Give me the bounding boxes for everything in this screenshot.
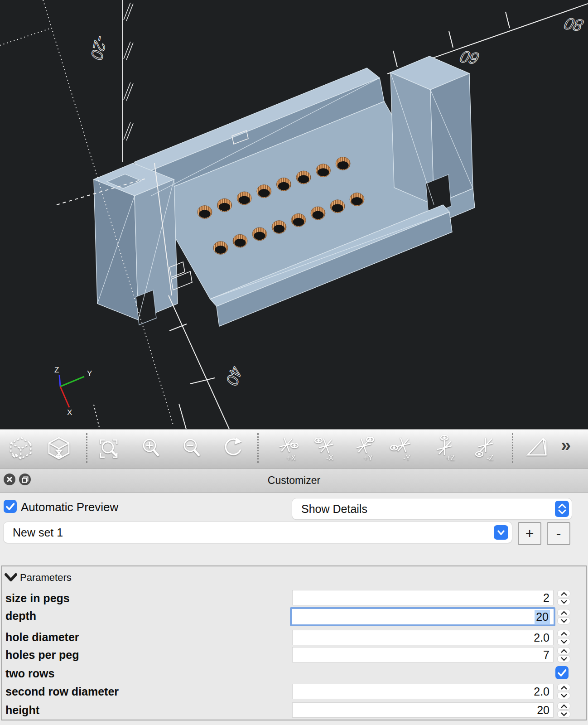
spin-down-button[interactable]: [557, 710, 570, 718]
spin-up-button[interactable]: [557, 684, 570, 691]
zoom-in-icon[interactable]: [136, 434, 165, 463]
param-input-holes-per-peg[interactable]: 7: [292, 647, 554, 662]
spin-down-button[interactable]: [557, 598, 570, 605]
param-spinner-height: [557, 702, 570, 718]
details-dropdown-value: Show Details: [301, 498, 367, 519]
view-plus-y-icon[interactable]: +Y: [350, 434, 379, 463]
axis-y-label: Y: [87, 369, 92, 378]
tick-label-neg20: -20: [88, 33, 110, 63]
param-spinner-hole-diameter: [557, 630, 570, 645]
svg-text:+Z: +Z: [446, 454, 455, 462]
axis-z-label: Z: [54, 366, 59, 374]
spin-down-button[interactable]: [557, 638, 570, 645]
automatic-preview-checkbox[interactable]: [4, 500, 17, 513]
zoom-to-fit-icon[interactable]: [94, 434, 123, 463]
chevron-down-icon: [495, 527, 507, 538]
spin-up-button[interactable]: [557, 647, 570, 654]
spin-down-button[interactable]: [557, 655, 570, 662]
collapse-chevron-icon: [5, 573, 17, 583]
parameters-group-header[interactable]: Parameters: [5, 572, 72, 584]
param-label-second-row-diameter: second row diameter: [5, 685, 119, 698]
reset-view-icon[interactable]: [44, 434, 73, 463]
svg-text:-Y: -Y: [403, 454, 410, 462]
view-minus-x-icon[interactable]: -X: [311, 434, 340, 463]
spin-up-button[interactable]: [557, 702, 570, 710]
view-minus-y-icon[interactable]: -Y: [388, 434, 417, 463]
model-pegboard-bin: [94, 56, 475, 326]
param-label-size-in-pegs: size in pegs: [5, 592, 70, 605]
param-input-height[interactable]: 20: [292, 702, 554, 718]
add-preset-button[interactable]: +: [518, 522, 541, 545]
param-label-height: height: [5, 704, 39, 717]
param-spinner-second-row-diameter: [557, 684, 570, 699]
view-plus-x-icon[interactable]: +X: [273, 434, 302, 463]
details-dropdown[interactable]: Show Details: [292, 498, 572, 519]
reset-rotation-icon[interactable]: [218, 434, 247, 463]
check-icon: [4, 500, 17, 513]
selected-text: 20: [535, 610, 550, 624]
preset-dropdown-chevron[interactable]: [494, 525, 508, 540]
svg-text:+X: +X: [287, 454, 296, 462]
view-plus-z-icon[interactable]: +Z: [431, 434, 460, 463]
view-toolbar: +X -X +Y -Y +Z -Z »: [0, 429, 588, 469]
param-spinner-holes-per-peg: [557, 647, 570, 662]
param-input-depth[interactable]: 20: [290, 607, 555, 626]
param-input-hole-diameter[interactable]: 2.0: [292, 630, 554, 645]
toolbar-separator: [257, 433, 259, 463]
view-all-icon[interactable]: [6, 434, 35, 463]
3d-viewport[interactable]: -20 40 60 80 Z Y X: [0, 0, 588, 429]
check-icon: [556, 667, 569, 679]
toolbar-separator: [512, 433, 513, 463]
3d-scene: -20 40 60 80 Z Y X: [0, 0, 588, 429]
zoom-out-icon[interactable]: [177, 434, 206, 463]
axis-x-label: X: [67, 408, 72, 417]
spin-up-button[interactable]: [557, 609, 570, 616]
customizer-header: Customizer: [0, 469, 588, 493]
automatic-preview-label: Automatic Preview: [21, 500, 118, 514]
param-label-hole-diameter: hole diameter: [5, 631, 79, 644]
param-label-two-rows: two rows: [5, 667, 54, 680]
param-label-holes-per-peg: holes per peg: [5, 648, 79, 662]
param-input-second-row-diameter[interactable]: 2.0: [292, 684, 554, 699]
up-down-chevrons-icon: [557, 503, 568, 515]
spin-up-button[interactable]: [557, 590, 570, 597]
view-minus-z-icon[interactable]: -Z: [471, 434, 500, 463]
preset-dropdown-value: New set 1: [13, 522, 63, 543]
axis-indicator: Z Y X: [54, 366, 92, 417]
tick-label-80: 80: [561, 14, 587, 34]
tick-label-60: 60: [457, 48, 483, 67]
param-input-size-in-pegs[interactable]: 2: [292, 590, 554, 605]
details-dropdown-stepper[interactable]: [555, 501, 569, 517]
param-label-depth: depth: [5, 609, 36, 623]
parameters-group-label: Parameters: [20, 572, 72, 584]
toolbar-separator: [86, 433, 87, 463]
svg-text:+Y: +Y: [364, 454, 373, 462]
toolbar-overflow-button[interactable]: »: [561, 435, 571, 455]
tick-label-40: 40: [223, 363, 246, 389]
perspective-icon[interactable]: [522, 434, 551, 463]
spin-up-button[interactable]: [557, 630, 570, 637]
panel-title: Customizer: [0, 474, 588, 487]
svg-text:-X: -X: [326, 454, 333, 462]
param-spinner-size-in-pegs: [557, 590, 570, 605]
spin-down-button[interactable]: [557, 617, 570, 624]
param-spinner-depth: [557, 609, 570, 624]
param-checkbox-two-rows[interactable]: [555, 666, 569, 679]
preset-dropdown[interactable]: New set 1: [4, 522, 512, 543]
remove-preset-button[interactable]: -: [547, 522, 570, 545]
spin-down-button[interactable]: [557, 692, 570, 699]
svg-text:-Z: -Z: [487, 454, 493, 462]
